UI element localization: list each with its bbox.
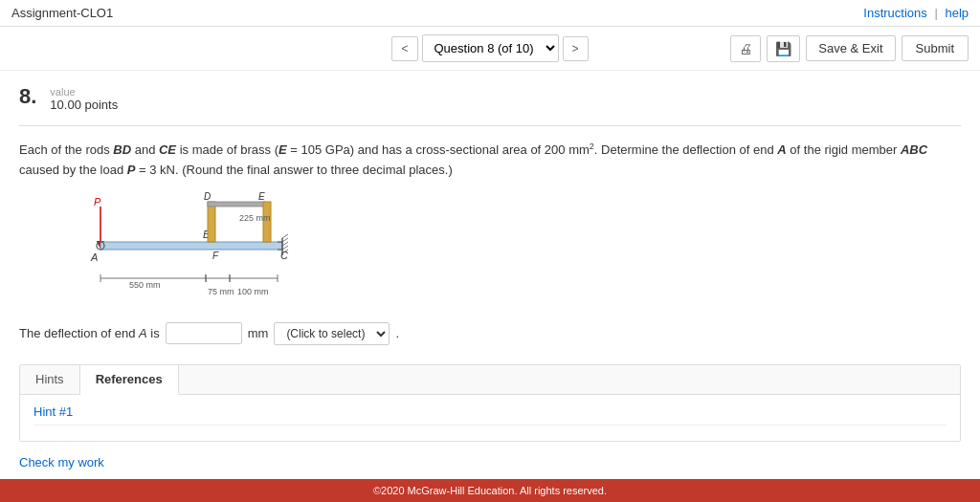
- svg-text:100 mm: 100 mm: [237, 287, 269, 296]
- svg-text:225 mm: 225 mm: [239, 213, 271, 223]
- svg-text:E: E: [258, 192, 265, 202]
- instructions-link[interactable]: Instructions: [863, 6, 926, 20]
- question-points: 10.00 points: [50, 98, 118, 112]
- unit-label: mm: [248, 326, 269, 340]
- svg-line-31: [282, 242, 288, 246]
- save-exit-button[interactable]: Save & Exit: [806, 35, 895, 61]
- svg-text:C: C: [280, 250, 288, 261]
- question-text: Each of the rods BD and CE is made of br…: [19, 140, 961, 181]
- svg-text:A: A: [90, 251, 98, 263]
- print-button[interactable]: 🖨: [730, 35, 761, 62]
- hint-divider: [33, 425, 947, 426]
- svg-text:D: D: [204, 192, 211, 202]
- tab-references[interactable]: References: [80, 365, 179, 395]
- deflection-input[interactable]: [166, 322, 242, 344]
- svg-rect-7: [208, 202, 215, 242]
- hint1-link[interactable]: Hint #1: [33, 404, 73, 419]
- top-bar-links: Instructions | help: [863, 6, 969, 20]
- tabs-header: Hints References: [20, 365, 960, 395]
- tab-hints[interactable]: Hints: [20, 365, 80, 394]
- svg-rect-2: [100, 242, 282, 250]
- question-select[interactable]: Question 8 (of 10): [422, 34, 559, 62]
- check-my-work: Check my work: [19, 455, 961, 469]
- nav-center: < Question 8 (of 10) >: [391, 34, 588, 62]
- save-icon-button[interactable]: 💾: [767, 35, 800, 62]
- deflection-label: The deflection of end A is: [19, 326, 160, 340]
- question-number: 8.: [19, 86, 36, 107]
- next-button[interactable]: >: [563, 36, 589, 61]
- footer: ©2020 McGraw-Hill Education. All rights …: [0, 479, 980, 485]
- svg-text:P: P: [94, 196, 101, 207]
- answer-row: The deflection of end A is mm (Click to …: [19, 322, 961, 345]
- diagram: P A B C D E F: [19, 192, 325, 307]
- question-value-label: value: [50, 86, 118, 98]
- svg-rect-9: [208, 202, 265, 207]
- main-content: 8. value 10.00 points Each of the rods B…: [0, 71, 980, 485]
- svg-line-29: [282, 234, 288, 238]
- nav-actions: 🖨 💾 Save & Exit Submit: [730, 35, 969, 62]
- divider: [19, 125, 961, 126]
- diagram-container: P A B C D E F: [19, 192, 325, 307]
- app-title: Assignment-CLO1: [11, 6, 113, 20]
- submit-button[interactable]: Submit: [902, 35, 969, 61]
- direction-select[interactable]: (Click to select)↑↓: [274, 322, 390, 345]
- tab-content: Hint #1: [20, 395, 960, 441]
- tabs-container: Hints References Hint #1: [19, 364, 961, 442]
- question-header: 8. value 10.00 points: [19, 86, 961, 112]
- prev-button[interactable]: <: [391, 36, 417, 61]
- top-bar: Assignment-CLO1 Instructions | help: [0, 0, 980, 27]
- svg-text:F: F: [212, 251, 219, 261]
- help-link[interactable]: help: [945, 6, 969, 20]
- svg-line-30: [282, 238, 288, 242]
- nav-bar: < Question 8 (of 10) > 🖨 💾 Save & Exit S…: [0, 27, 980, 71]
- check-my-work-link[interactable]: Check my work: [19, 455, 104, 469]
- svg-text:550 mm: 550 mm: [129, 280, 161, 290]
- svg-text:75 mm: 75 mm: [208, 287, 234, 296]
